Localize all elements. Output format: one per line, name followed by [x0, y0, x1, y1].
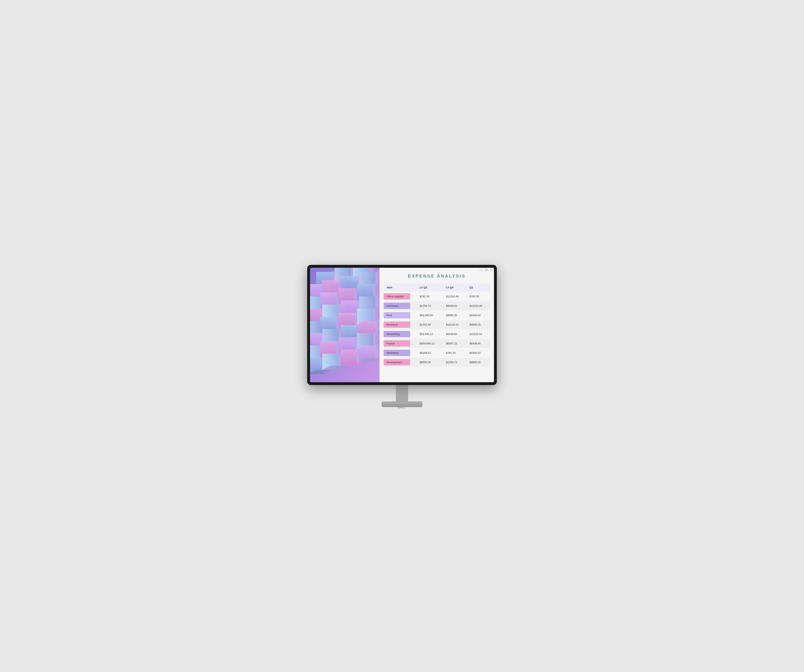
item-badge: Insurance	[384, 302, 410, 309]
expense-table: Item LY Q3 LY Q4 Q1 Office supplies$782.…	[384, 283, 490, 367]
table-cell-lyq4: $12316.48	[443, 292, 466, 301]
table-cell-item: Research	[384, 320, 416, 329]
minimize-button[interactable]: —	[479, 268, 484, 272]
table-cell-q1: $6438.65	[466, 339, 490, 348]
table-cell-q1: $782.35	[466, 292, 490, 301]
item-badge: Development	[384, 359, 410, 365]
table-row: Marketing$9348.62$782.35$9348.62	[384, 348, 490, 357]
page-title: EXPENSE ANALYSIS	[379, 268, 494, 283]
decorative-image-panel	[310, 268, 379, 382]
dell-logo: D∊LL	[382, 401, 422, 410]
item-badge: Marketing	[384, 350, 410, 356]
column-header-lyq4: LY Q4	[443, 283, 466, 291]
table-row: Office supplies$782.35$12316.48$782.35	[384, 292, 490, 301]
table-cell-lyq3: $1256.73	[416, 301, 443, 310]
table-cell-lyq3: $782.35	[416, 292, 443, 301]
item-badge: Payroll	[384, 340, 410, 347]
table-cell-item: Office supplies	[384, 292, 416, 301]
table-cell-lyq3: $450,695.12	[416, 339, 443, 348]
table-cell-q1: $8995.35	[466, 320, 490, 329]
table-cell-lyq4: $8995.35	[443, 311, 466, 320]
table-cell-lyq4: $9348.62	[443, 301, 466, 310]
table-cell-lyq4: $1256.73	[443, 358, 466, 367]
column-header-item: Item	[384, 283, 416, 291]
table-row: Development$8995.35$1256.73$8995.35	[384, 358, 490, 367]
table-row: Advertising$26.546.12$6438.65$10226.54	[384, 330, 490, 338]
item-badge: Advertising	[384, 331, 410, 337]
table-cell-q1: $9348.62	[466, 311, 490, 320]
geometric-shapes	[310, 268, 379, 382]
table-cell-item: Advertising	[384, 330, 416, 338]
table-row: Rent$65,600.00$8995.35$9348.62	[384, 311, 490, 320]
table-cell-lyq3: $65,600.00	[416, 311, 443, 320]
table-cell-q1: $8995.35	[466, 358, 490, 367]
table-cell-q1: $12316.48	[466, 301, 490, 310]
decorative-svg	[310, 268, 379, 382]
title-bar: — ❐ ✕	[479, 268, 494, 272]
table-cell-item: Insurance	[384, 301, 416, 310]
item-badge: Research	[384, 322, 410, 328]
table-cell-item: Payroll	[384, 339, 416, 348]
table-cell-lyq3: $9348.62	[416, 348, 443, 357]
table-cell-lyq4: $10226.54	[443, 320, 466, 329]
monitor-wrapper: — ❐ ✕	[307, 265, 497, 407]
table-cell-lyq3: $26.546.12	[416, 330, 443, 338]
table-row: Research$1302.56$10226.54$8995.35	[384, 320, 490, 329]
table-cell-lyq4: $6438.65	[443, 330, 466, 338]
monitor-stand-neck	[396, 385, 408, 401]
table-row: Payroll$450,695.12$6097.12$6438.65	[384, 339, 490, 348]
table-cell-lyq3: $8995.35	[416, 358, 443, 367]
monitor-screen: — ❐ ✕	[310, 268, 494, 382]
table-row: Insurance$1256.73$9348.62$12316.48	[384, 301, 490, 310]
table-cell-q1: $10226.54	[466, 330, 490, 338]
column-header-lyq3: LY Q3	[416, 283, 443, 291]
monitor-stand-base: D∊LL	[382, 401, 422, 407]
table-cell-lyq4: $6097.12	[443, 339, 466, 348]
maximize-button[interactable]: ❐	[484, 268, 489, 272]
table-cell-item: Marketing	[384, 348, 416, 357]
table-cell-lyq4: $782.35	[443, 348, 466, 357]
close-button[interactable]: ✕	[489, 268, 494, 272]
column-header-q1: Q1	[466, 283, 490, 291]
table-cell-lyq3: $1302.56	[416, 320, 443, 329]
item-badge: Rent	[384, 312, 410, 319]
monitor-frame: — ❐ ✕	[307, 265, 497, 385]
item-badge: Office supplies	[384, 293, 410, 299]
table-cell-q1: $9348.62	[466, 348, 490, 357]
table-cell-item: Development	[384, 358, 416, 367]
table-cell-item: Rent	[384, 311, 416, 320]
table-container: Item LY Q3 LY Q4 Q1 Office supplies$782.…	[379, 283, 494, 371]
content-panel: EXPENSE ANALYSIS Item LY Q3 LY Q4 Q1	[379, 268, 494, 382]
table-header-row: Item LY Q3 LY Q4 Q1	[384, 283, 490, 291]
